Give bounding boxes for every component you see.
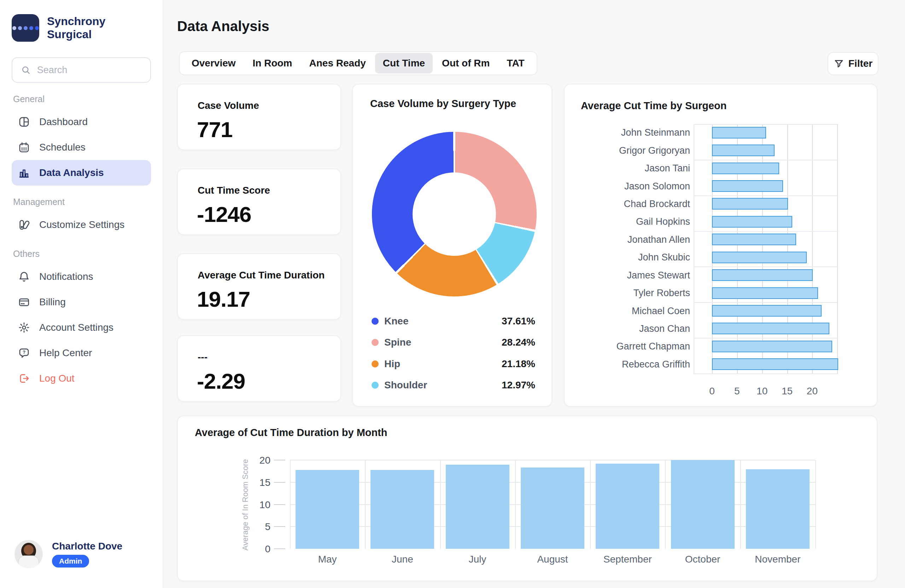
month-label: June xyxy=(365,554,440,565)
surgeon-label: Chad Brockardt xyxy=(577,198,690,209)
logo-dot xyxy=(24,26,28,30)
legend-color-dot xyxy=(372,382,379,389)
surgeon-label: Garrett Chapman xyxy=(577,341,690,352)
surgeon-label: Tyler Roberts xyxy=(577,288,690,299)
filter-button[interactable]: Filter xyxy=(827,52,878,75)
sidebar-item-help-center[interactable]: ?Help Center xyxy=(12,340,151,366)
sidebar-item-schedules[interactable]: Schedules xyxy=(12,135,151,160)
tab-cut-time[interactable]: Cut Time xyxy=(375,53,433,73)
sidebar-item-label: Data Analysis xyxy=(39,167,104,178)
sidebar-item-label: Schedules xyxy=(39,142,86,153)
month-label: July xyxy=(440,554,515,565)
tab-tat[interactable]: TAT xyxy=(499,53,532,73)
sidebar-item-account-settings[interactable]: Account Settings xyxy=(12,315,151,340)
month-bar xyxy=(295,470,359,549)
page-title: Data Analysis xyxy=(177,18,269,34)
x-axis-tick: 5 xyxy=(727,385,748,397)
tab-anes-ready[interactable]: Anes Ready xyxy=(302,53,374,73)
bar-chart-icon xyxy=(18,167,30,179)
user-role-badge: Admin xyxy=(52,555,89,567)
stat-card-1: Cut Time Score-1246 xyxy=(177,168,341,235)
y-axis-tickmark xyxy=(274,460,285,460)
search-input[interactable] xyxy=(37,65,142,76)
legend-color-dot xyxy=(372,318,379,325)
surgeon-bar xyxy=(712,216,792,228)
avg-cut-time-by-month-panel: Average of Cut Time Duration by Month Av… xyxy=(177,415,877,581)
legend-percent: 37.61% xyxy=(502,315,535,327)
logo-dot xyxy=(13,26,16,30)
month-bar xyxy=(671,460,735,549)
legend-item-knee: Knee37.61% xyxy=(372,314,535,328)
surgeon-label: Jason Solomon xyxy=(577,181,690,192)
y-axis-tick: 5 xyxy=(246,521,270,533)
case-volume-by-surgery-type-panel: Case Volume by Surgery Type Knee37.61%Sp… xyxy=(352,84,552,407)
surgeon-bar xyxy=(712,287,818,299)
month-label: October xyxy=(665,554,740,565)
dashboard-icon xyxy=(18,116,30,128)
sidebar-item-dashboard[interactable]: Dashboard xyxy=(12,109,151,135)
legend-label: Spine xyxy=(384,337,411,348)
y-axis-tick: 15 xyxy=(246,477,270,488)
bell-icon xyxy=(18,271,30,283)
month-chart-title: Average of Cut Time Duration by Month xyxy=(195,427,387,439)
sidebar: Synchrony Surgical GeneralDashboardSched… xyxy=(0,0,164,588)
sidebar-item-label: Billing xyxy=(39,296,66,308)
month-bar xyxy=(596,464,659,549)
sidebar-item-notifications[interactable]: Notifications xyxy=(12,264,151,289)
month-bar xyxy=(521,468,584,549)
surgeon-bar xyxy=(712,127,766,138)
brand-header: Synchrony Surgical xyxy=(12,14,151,42)
stat-card-2: Average Cut Time Duration19.17 xyxy=(177,254,341,320)
sidebar-item-log-out[interactable]: Log Out xyxy=(12,366,151,391)
sidebar-item-data-analysis[interactable]: Data Analysis xyxy=(12,160,151,185)
legend-label: Shoulder xyxy=(384,379,427,391)
stat-value: -2.29 xyxy=(197,369,245,394)
stat-label: Case Volume xyxy=(198,100,259,111)
legend-color-dot xyxy=(372,339,379,346)
user-name: Charlotte Dove xyxy=(52,540,122,552)
legend-label: Hip xyxy=(384,358,400,369)
surgeon-bar xyxy=(712,358,838,370)
sidebar-item-label: Help Center xyxy=(39,347,92,359)
sidebar-item-label: Log Out xyxy=(39,373,75,384)
y-axis-tickmark xyxy=(274,482,285,483)
sidebar-item-customize-settings[interactable]: Customize Settings xyxy=(12,212,151,238)
surgeon-label: Michael Coen xyxy=(577,306,690,317)
tab-overview[interactable]: Overview xyxy=(184,53,244,73)
stat-value: 771 xyxy=(197,117,232,142)
stat-card-0: Case Volume771 xyxy=(177,84,341,150)
stat-card-3: ----2.29 xyxy=(177,335,341,402)
month-label: November xyxy=(740,554,815,565)
tab-in-room[interactable]: In Room xyxy=(245,53,300,73)
tab-out-of-rm[interactable]: Out of Rm xyxy=(434,53,497,73)
surgeon-label: Jonathan Allen xyxy=(577,234,690,245)
svg-text:?: ? xyxy=(23,349,25,355)
y-axis-tick: 10 xyxy=(246,499,270,510)
surgeon-label: James Stewart xyxy=(577,270,690,281)
stat-label: Average Cut Time Duration xyxy=(198,269,324,281)
calendar-icon xyxy=(18,141,30,153)
sidebar-section-label: General xyxy=(13,94,151,104)
surgeon-label: Grigor Grigoryan xyxy=(577,145,690,156)
sidebar-item-billing[interactable]: Billing xyxy=(12,289,151,315)
logout-icon xyxy=(18,372,30,385)
y-axis-tickmark xyxy=(274,548,285,549)
y-axis-tick: 0 xyxy=(246,544,270,555)
stat-value: 19.17 xyxy=(197,287,250,312)
user-profile[interactable]: Charlotte Dove Admin xyxy=(14,540,122,568)
sidebar-section-label: Others xyxy=(13,249,151,259)
x-axis-tick: 0 xyxy=(701,385,722,397)
donut-chart-title: Case Volume by Surgery Type xyxy=(370,98,516,109)
legend-percent: 12.97% xyxy=(502,379,535,391)
x-axis-tick: 15 xyxy=(777,385,798,397)
legend-item-hip: Hip21.18% xyxy=(372,357,535,371)
surgeon-bar xyxy=(712,144,775,156)
month-bar xyxy=(746,469,810,549)
stat-value: -1246 xyxy=(197,202,251,227)
sidebar-item-label: Notifications xyxy=(39,271,93,282)
search-box[interactable] xyxy=(12,57,151,83)
filter-icon xyxy=(834,58,844,69)
sidebar-section-label: Management xyxy=(13,197,151,207)
sidebar-item-label: Account Settings xyxy=(39,322,113,333)
legend-percent: 28.24% xyxy=(502,337,535,348)
